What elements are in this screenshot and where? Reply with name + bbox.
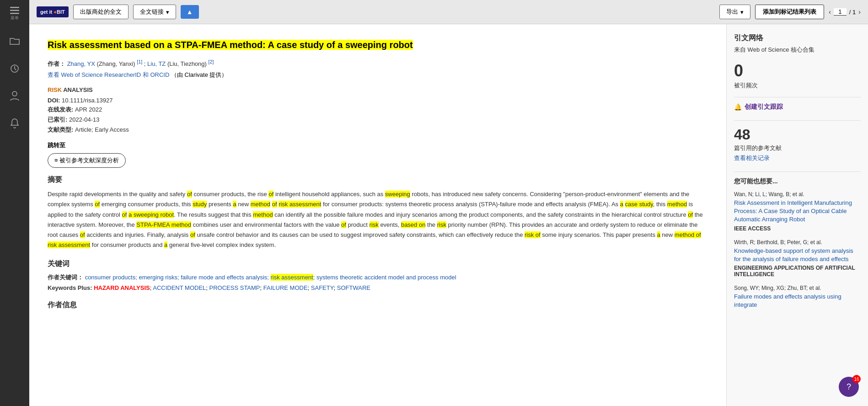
jump-label: 跳转至 xyxy=(48,141,708,150)
suggest-journal-2: ENGINEERING APPLICATIONS OF ARTIFICIAL I… xyxy=(734,265,861,278)
ref-count: 48 xyxy=(734,126,861,143)
help-badge-count: 16 xyxy=(852,375,861,383)
keywords-plus-values: HAZARD ANALYSIS; ACCIDENT MODEL; PROCESS… xyxy=(94,284,370,291)
cite-btn-label: ≡ 被引参考文献深度分析 xyxy=(54,156,119,165)
author-keywords-label: 作者关键词： xyxy=(48,274,83,281)
help-badge-button[interactable]: ? 16 xyxy=(839,377,859,397)
bookmark-icon: ▲ xyxy=(187,8,193,16)
kw-failure-mode-plus[interactable]: FAILURE MODE xyxy=(263,284,308,291)
bookmark-button[interactable]: ▲ xyxy=(181,5,199,19)
suggest-authors-2: Wirth, R; Berthold, B; Peter, G; et al. xyxy=(734,239,861,246)
cited-label: 已索引: xyxy=(48,116,67,123)
sidebar-menu-icon[interactable]: 菜单 xyxy=(5,5,24,23)
ref-label: 篇引用的参考文献 xyxy=(734,144,861,152)
fulltext-link-chevron-icon: ▾ xyxy=(166,9,169,16)
author1-full: (Zhang, Yanxi) xyxy=(96,60,135,67)
author1-link[interactable]: Zhang, YX xyxy=(67,60,95,67)
page-separator: / 1 xyxy=(849,9,856,16)
citation-network-title: 引文网络 xyxy=(734,33,861,43)
authors-label: 作者： xyxy=(48,60,65,67)
article-title: Risk assessment based on a STPA-FMEA met… xyxy=(48,40,413,50)
next-page-button[interactable]: › xyxy=(858,8,861,16)
publisher-fulltext-button[interactable]: 出版商处的全文 xyxy=(73,5,129,19)
citation-count: 0 xyxy=(734,61,861,80)
kw-process-stamp[interactable]: PROCESS STAMP xyxy=(209,284,260,291)
bell-alert-icon: 🔔 xyxy=(734,103,742,111)
risk-label: RISK xyxy=(48,86,62,93)
suggest-title-3[interactable]: Failure modes and effects analysis using… xyxy=(734,293,861,309)
kw-consumer-products[interactable]: consumer products xyxy=(85,274,136,281)
online-pub-label: 在线发表: xyxy=(48,106,73,113)
kw-accident-model[interactable]: ACCIDENT MODEL xyxy=(153,284,206,291)
author-info-heading: 作者信息 xyxy=(48,300,708,310)
suggest-title-1[interactable]: Risk Assessment in Intelligent Manufactu… xyxy=(734,199,861,224)
abstract-text: Despite rapid developments in the qualit… xyxy=(48,189,708,250)
article-area: Risk assessment based on a STPA-FMEA met… xyxy=(29,24,726,406)
right-panel: 引文网络 来自 Web of Science 核心合集 0 被引频次 🔔 创建引… xyxy=(726,24,868,406)
analysis-label: ANALYSIS xyxy=(62,86,93,93)
author1-ref-link[interactable]: [1] xyxy=(137,59,142,64)
create-citation-alert-button[interactable]: 🔔 创建引文跟踪 xyxy=(734,103,861,111)
kw-hazard-analysis: HAZARD ANALYSIS xyxy=(94,284,150,291)
svg-point-4 xyxy=(12,91,17,96)
add-to-list-button[interactable]: 添加到标记结果列表 xyxy=(755,5,824,19)
from-wos-label: 来自 Web of Science 核心合集 xyxy=(734,46,861,54)
cited-row: 已索引: 2022-04-13 xyxy=(48,116,708,124)
divider2 xyxy=(734,120,861,121)
view-related-records-link[interactable]: 查看相关记录 xyxy=(734,154,861,162)
page-number-input[interactable] xyxy=(834,8,847,16)
keywords-heading: 关键词 xyxy=(48,259,708,269)
fulltext-link-button[interactable]: 全文链接 ▾ xyxy=(133,5,176,19)
prev-page-button[interactable]: ‹ xyxy=(829,8,831,16)
orcid-row: 查看 Web of Science ResearcherID 和 ORCID （… xyxy=(48,71,708,79)
fulltext-link-label: 全文链接 xyxy=(140,8,164,16)
export-button[interactable]: 导出 ▾ xyxy=(719,5,750,19)
doi-label: DOI: xyxy=(48,97,60,104)
kw-software[interactable]: SOFTWARE xyxy=(337,284,370,291)
sidebar-user-icon[interactable] xyxy=(5,87,24,105)
author-keywords-row: 作者关键词： consumer products; emerging risks… xyxy=(48,273,708,282)
get-it-bit-logo: get it ●BIT xyxy=(37,6,69,17)
sidebar-folder-icon[interactable] xyxy=(5,32,24,50)
suggestion-item-3: Song, WY; Ming, XG; Zhu, BT; et al. Fail… xyxy=(734,285,861,309)
doc-type-label: 文献类型: xyxy=(48,126,73,133)
author2-link[interactable]: Liu, TZ xyxy=(147,60,166,67)
jump-section: 跳转至 ≡ 被引参考文献深度分析 xyxy=(48,141,708,168)
help-icon: ? xyxy=(847,382,851,392)
citation-label: 被引频次 xyxy=(734,81,861,90)
online-pub-row: 在线发表: APR 2022 xyxy=(48,106,708,114)
orcid-link[interactable]: 查看 Web of Science ResearcherID 和 ORCID xyxy=(48,71,169,78)
sidebar-history-icon[interactable] xyxy=(5,59,24,78)
doi-section: DOI: 10.1111/risa.13927 在线发表: APR 2022 已… xyxy=(48,97,708,134)
author-keywords-values: consumer products; emerging risks; failu… xyxy=(85,274,456,281)
abstract-section: 摘要 Despite rapid developments in the qua… xyxy=(48,175,708,250)
svg-rect-0 xyxy=(10,7,19,8)
kw-failure-mode[interactable]: failure mode and effects analysis xyxy=(181,274,267,281)
doi-value: 10.1111/risa.13927 xyxy=(62,97,113,104)
suggest-journal-1: IEEE ACCESS xyxy=(734,225,861,232)
author2-ref-link[interactable]: [2] xyxy=(209,59,214,64)
divider1 xyxy=(734,97,861,97)
main-area: get it ●BIT 出版商处的全文 全文链接 ▾ ▲ 导出 ▾ 添加到标记结… xyxy=(29,0,868,406)
export-label: 导出 xyxy=(726,8,738,16)
cite-analysis-button[interactable]: ≡ 被引参考文献深度分析 xyxy=(48,153,126,168)
kw-risk-assessment[interactable]: risk assessment xyxy=(271,274,313,281)
suggest-authors-1: Wan, N; Li, L; Wang, B; et al. xyxy=(734,191,861,198)
keywords-section: 关键词 作者关键词： consumer products; emerging r… xyxy=(48,259,708,291)
sidebar-bell-icon[interactable] xyxy=(5,114,24,133)
divider3 xyxy=(734,171,861,172)
kw-emerging-risks[interactable]: emerging risks xyxy=(139,274,177,281)
publisher-fulltext-label: 出版商处的全文 xyxy=(80,8,122,16)
suggestion-item-2: Wirth, R; Berthold, B; Peter, G; et al. … xyxy=(734,239,861,278)
suggestion-item-1: Wan, N; Li, L; Wang, B; et al. Risk Asse… xyxy=(734,191,861,232)
cited-value: 2022-04-13 xyxy=(69,116,100,123)
section-label: RISK ANALYSIS xyxy=(48,86,708,93)
kw-systems-theoretic[interactable]: systems theoretic accident model and pro… xyxy=(316,274,456,281)
add-to-list-label: 添加到标记结果列表 xyxy=(763,8,816,15)
sidebar: 菜单 xyxy=(0,0,29,406)
doc-type-value: Article; Early Access xyxy=(75,126,129,133)
kw-safety[interactable]: SAFETY xyxy=(311,284,334,291)
suggest-heading: 您可能也想要... xyxy=(734,177,861,186)
keywords-plus-row: Keywords Plus: HAZARD ANALYSIS; ACCIDENT… xyxy=(48,284,708,291)
suggest-title-2[interactable]: Knowledge-based support of system analys… xyxy=(734,247,861,263)
